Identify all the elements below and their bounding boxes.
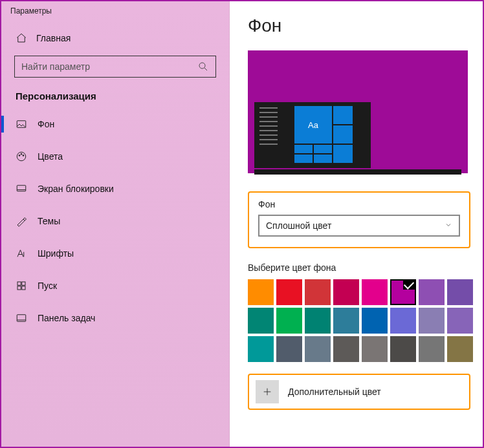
start-icon (16, 280, 27, 292)
color-picker-label: Выберите цвет фона (248, 262, 467, 273)
search-icon (197, 61, 209, 72)
color-swatch[interactable] (276, 308, 302, 334)
preview-tile: Aa (294, 106, 332, 144)
window-title: Параметры (1, 1, 229, 26)
color-swatch[interactable] (305, 279, 331, 305)
preview-start-menu: Aa (254, 102, 371, 168)
svg-rect-9 (17, 286, 21, 290)
search-input[interactable] (21, 61, 197, 72)
themes-icon (16, 215, 27, 227)
sidebar: Параметры Главная Персонализация Фон Цве… (1, 1, 230, 447)
color-swatch[interactable] (248, 308, 274, 334)
color-swatch[interactable] (447, 279, 473, 305)
color-swatch[interactable] (305, 308, 331, 334)
color-swatch[interactable] (419, 279, 445, 305)
color-swatch[interactable] (447, 336, 473, 362)
lockscreen-icon (16, 183, 27, 195)
chevron-down-icon (445, 220, 452, 231)
sidebar-item-label: Пуск (38, 281, 57, 291)
custom-color-label: Дополнительный цвет (288, 387, 381, 397)
color-swatch[interactable] (333, 279, 359, 305)
sidebar-item-label: Экран блокировки (38, 184, 114, 194)
picture-icon (16, 118, 27, 130)
page-title: Фон (248, 16, 467, 36)
color-swatch[interactable] (333, 308, 359, 334)
color-swatch[interactable] (248, 336, 274, 362)
background-mode-callout: Фон Сплошной цвет (248, 191, 470, 248)
color-swatch[interactable] (390, 336, 416, 362)
fonts-icon (16, 248, 27, 259)
svg-point-4 (21, 153, 22, 155)
sidebar-item-fonts[interactable]: Шрифты (1, 240, 229, 267)
color-swatch[interactable] (276, 279, 302, 305)
dropdown-value: Сплошной цвет (266, 220, 331, 231)
color-swatch[interactable] (362, 308, 388, 334)
sidebar-item-lockscreen[interactable]: Экран блокировки (1, 175, 229, 202)
taskbar-icon (16, 312, 27, 324)
svg-point-5 (23, 155, 24, 156)
svg-rect-10 (22, 286, 25, 290)
background-mode-dropdown[interactable]: Сплошной цвет (258, 215, 460, 237)
sidebar-item-label: Панель задач (38, 313, 95, 323)
color-swatch[interactable] (276, 336, 302, 362)
sidebar-item-label: Темы (38, 216, 60, 226)
color-swatch[interactable] (333, 336, 359, 362)
custom-color-callout: Дополнительный цвет (248, 374, 470, 410)
background-preview: Aa (248, 50, 468, 173)
svg-rect-11 (17, 315, 26, 322)
color-swatch[interactable] (248, 279, 274, 305)
sidebar-item-themes[interactable]: Темы (1, 208, 229, 235)
svg-point-0 (199, 63, 205, 69)
color-swatch-grid (248, 279, 473, 362)
color-swatch[interactable] (362, 336, 388, 362)
bg-field-label: Фон (258, 199, 460, 209)
color-swatch[interactable] (390, 279, 416, 305)
svg-rect-7 (17, 282, 21, 285)
color-swatch[interactable] (305, 336, 331, 362)
sidebar-item-start[interactable]: Пуск (1, 272, 229, 299)
svg-point-3 (19, 155, 20, 156)
home-icon (16, 32, 27, 44)
sidebar-item-label: Цвета (38, 151, 63, 162)
svg-rect-6 (17, 186, 26, 191)
sidebar-item-colors[interactable]: Цвета (1, 143, 229, 170)
search-box[interactable] (14, 56, 216, 78)
svg-rect-8 (22, 282, 25, 285)
color-swatch[interactable] (390, 308, 416, 334)
sidebar-item-label: Фон (38, 119, 54, 129)
sidebar-item-taskbar[interactable]: Панель задач (1, 304, 229, 332)
sidebar-section-header: Персонализация (1, 87, 229, 111)
main-pane: Фон Aa Фон Сплошной цвет Выберите цвет ф… (230, 1, 483, 447)
color-swatch[interactable] (447, 308, 473, 334)
sidebar-home-label: Главная (36, 33, 71, 43)
sidebar-home[interactable]: Главная (1, 26, 229, 50)
palette-icon (16, 151, 27, 162)
color-swatch[interactable] (362, 279, 388, 305)
sidebar-item-label: Шрифты (38, 248, 74, 259)
add-custom-color-button[interactable] (256, 380, 279, 403)
sidebar-item-background[interactable]: Фон (1, 111, 229, 138)
color-swatch[interactable] (419, 308, 445, 334)
color-swatch[interactable] (419, 336, 445, 362)
